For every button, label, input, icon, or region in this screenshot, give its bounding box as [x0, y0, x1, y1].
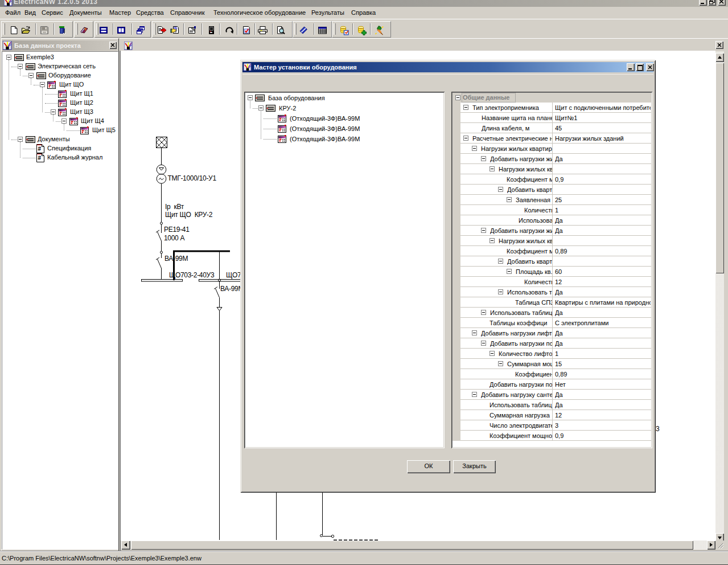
- svg-text:3: 3: [656, 425, 660, 433]
- svg-text:ЩО703-2-40У3: ЩО703-2-40У3: [169, 271, 215, 279]
- svg-text:Щит ЩО КРУ-2: Щит ЩО КРУ-2: [165, 211, 213, 219]
- svg-text:Iр кВт: Iр кВт: [165, 203, 184, 211]
- svg-text:ВА-99М: ВА-99М: [164, 255, 188, 263]
- svg-text:1000 А: 1000 А: [164, 234, 185, 242]
- svg-text:РЕ19-41: РЕ19-41: [164, 226, 190, 234]
- svg-text:#: #: [38, 155, 42, 161]
- svg-text:#: #: [38, 146, 42, 152]
- svg-text:ТМГ-1000/10-У1: ТМГ-1000/10-У1: [168, 174, 217, 182]
